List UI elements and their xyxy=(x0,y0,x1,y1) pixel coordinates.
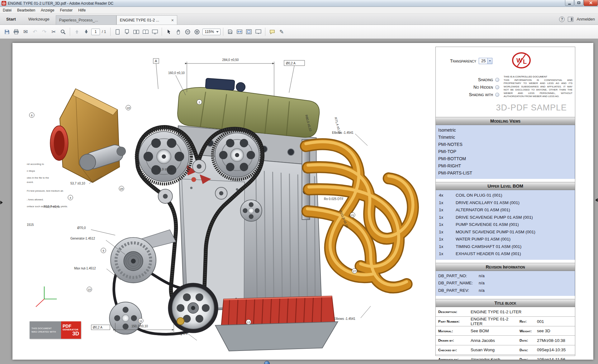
view-item-pmi-right[interactable]: PMI-RIGHT xyxy=(436,162,575,170)
tab-start[interactable]: Start xyxy=(0,14,22,25)
continuous-scroll-button[interactable] xyxy=(122,27,131,36)
window-title: ENGINE TYPE 01-2 LITER_3D.pdf - Adobe Ac… xyxy=(8,1,113,6)
minus-circle-icon xyxy=(185,29,190,35)
bom-row[interactable]: 1x EXHAUST HEADER 01 ASM (001) xyxy=(436,250,575,258)
sign-in-link[interactable]: Anmelden xyxy=(577,17,595,21)
right-pane-expander-icon[interactable] xyxy=(595,198,598,202)
left-pane-expander-icon[interactable] xyxy=(0,201,3,204)
intake-horn[interactable] xyxy=(50,126,68,160)
svg-text:74,9 ±0,10: 74,9 ±0,10 xyxy=(158,168,173,171)
bom-row[interactable]: 1x ALTERNATOR 01 ASM (001) xyxy=(436,206,575,214)
search-button[interactable] xyxy=(59,27,67,36)
comment-button[interactable] xyxy=(268,27,277,36)
svg-text:1515: 1515 xyxy=(27,223,34,226)
tab-bar: Start Werkzeuge Paperless_Process_... EN… xyxy=(0,14,598,25)
redo-button[interactable]: ↷ xyxy=(40,27,49,36)
bom-row[interactable]: 1x WATER PUMP 01 ASM (001) xyxy=(436,236,575,243)
no-hidden-toggle[interactable]: No Hidden xyxy=(473,85,499,90)
view-item-isometric[interactable]: Isometric xyxy=(436,127,575,134)
engine-3d-view[interactable]: 284,0 ±0,50 160,0 ±0,10 A Ø0,2 A Ø0,2 A … xyxy=(12,43,434,359)
fullscreen-button[interactable] xyxy=(254,27,263,36)
close-button[interactable] xyxy=(584,0,598,6)
comment-bubble-icon xyxy=(269,29,275,35)
menu-item-fenster[interactable]: Fenster xyxy=(57,7,75,13)
help-icon[interactable]: ? xyxy=(559,16,565,22)
alternator[interactable] xyxy=(111,230,176,283)
engine-geometry[interactable] xyxy=(36,78,413,351)
view-item-pmi-top[interactable]: PMI-TOP xyxy=(436,148,575,155)
email-button[interactable]: ✉ xyxy=(21,27,30,36)
select-tool-button[interactable] xyxy=(164,27,173,36)
bom-row[interactable]: 1x MOUNT SCAVENGE PUMP 01 ASM (001) xyxy=(436,228,575,236)
oil-pan[interactable] xyxy=(221,296,335,327)
view-item-pmi-bottom[interactable]: PMI-BOTTOM xyxy=(436,155,575,162)
fit-width-button[interactable] xyxy=(235,27,244,36)
sign-in-pane-icon[interactable] xyxy=(568,17,573,22)
zoom-in-button[interactable] xyxy=(192,27,201,36)
next-page-button[interactable] xyxy=(82,27,91,36)
tab-close-icon[interactable]: × xyxy=(171,18,174,22)
sump[interactable] xyxy=(215,322,338,351)
svg-text:A: A xyxy=(155,59,157,63)
no-hidden-toggle-button[interactable] xyxy=(495,85,499,89)
water-pump-pulley[interactable] xyxy=(240,200,262,221)
bom-row[interactable]: 1x TIMING CAMSHAFT 01 ASM (001) xyxy=(436,243,575,250)
shading-toggle[interactable]: Shading xyxy=(478,77,499,82)
dropdown-arrow-icon[interactable] xyxy=(487,58,492,64)
svg-text:L: L xyxy=(523,58,527,65)
exhaust-header[interactable] xyxy=(306,142,413,287)
bom-row[interactable]: 4x COIL ON PLUG 01 (001) xyxy=(436,192,575,199)
presentation-mode-button[interactable] xyxy=(150,27,159,36)
book-view-button[interactable] xyxy=(141,27,150,36)
pencil-tool-button[interactable]: ✎ xyxy=(277,27,286,36)
view-item-pmi-parts-list[interactable]: PMI-PARTS-LIST xyxy=(436,170,575,177)
save-button[interactable] xyxy=(2,27,11,36)
zoom-out-button[interactable] xyxy=(183,27,192,36)
svg-text:Elbows -1.4541: Elbows -1.4541 xyxy=(332,131,354,134)
tab-tools[interactable]: Werkzeuge xyxy=(22,14,56,25)
view-item-trimetric[interactable]: Trimetric xyxy=(436,134,575,141)
menu-item-datei[interactable]: Datei xyxy=(0,7,14,13)
menu-item-anzeige[interactable]: Anzeige xyxy=(38,7,57,13)
svg-text:Ro 0.025 DTF: Ro 0.025 DTF xyxy=(324,197,344,201)
page-number-input[interactable]: 1 xyxy=(91,29,100,35)
tab-doc-engine[interactable]: ENGINE TYPE 01-2 ... × xyxy=(116,15,177,25)
previous-page-button[interactable] xyxy=(73,27,81,36)
save-other-button[interactable] xyxy=(226,27,235,36)
transparency-dropdown[interactable]: 25 xyxy=(479,58,492,64)
zoom-level-select[interactable]: 115% xyxy=(202,29,221,35)
print-button[interactable] xyxy=(12,27,21,36)
drain-plug[interactable] xyxy=(177,318,184,325)
bom-row[interactable]: 1x DRIVE SCAVENGE PUMP 01 ASM (001) xyxy=(436,214,575,221)
snapshot-button[interactable]: ✂ xyxy=(49,27,58,36)
maximize-button[interactable] xyxy=(574,0,583,6)
svg-text:oles in the file to the: oles in the file to the xyxy=(27,176,49,179)
modeling-views-header: Modeling Views xyxy=(436,117,575,125)
shading-with-toggle-button[interactable] xyxy=(495,93,499,97)
idler-pulley-lower[interactable] xyxy=(109,302,142,334)
coil-on-plug[interactable] xyxy=(205,78,235,90)
minimize-button[interactable] xyxy=(565,0,574,6)
fit-page-button[interactable] xyxy=(244,27,253,36)
view-item-pmi-notes[interactable]: PMI-NOTES xyxy=(436,141,575,148)
tab-doc-paperless[interactable]: Paperless_Process_... xyxy=(56,15,116,25)
single-page-view-button[interactable] xyxy=(113,27,122,36)
cam-gear-left[interactable] xyxy=(136,129,192,184)
stamp-line-1: THIS DOCUMENT xyxy=(31,327,61,330)
title-block-row: Part Number: ENGINE TYPE 01-2 LITER Rev:… xyxy=(436,316,575,326)
oil-cap[interactable] xyxy=(236,82,245,91)
undo-button[interactable]: ↶ xyxy=(31,27,39,36)
svg-text:Generator-1.4512: Generator-1.4512 xyxy=(70,237,95,240)
shading-with-toggle[interactable]: Shading with xyxy=(469,92,499,97)
menu-item-hilfe[interactable]: Hilfe xyxy=(75,7,88,13)
hand-tool-button[interactable] xyxy=(174,27,183,36)
window-titlebar[interactable]: ENGINE TYPE 01-2 LITER_3D.pdf - Adobe Ac… xyxy=(0,0,598,7)
bom-row[interactable]: 1x PUMP SCAVENGE 01 ASM (001) xyxy=(436,221,575,228)
bom-row[interactable]: 1x DRIVE ANCILLARY 01 ASM (001) xyxy=(436,199,575,207)
menu-item-bearbeiten[interactable]: Bearbeiten xyxy=(14,7,38,13)
crank-pulley[interactable] xyxy=(168,283,218,333)
shading-toggle-button[interactable] xyxy=(495,78,499,82)
two-page-view-button[interactable] xyxy=(132,27,140,36)
svg-text:18: 18 xyxy=(127,106,130,110)
revision-row: DB_PART_DESC: n/a xyxy=(436,294,575,296)
